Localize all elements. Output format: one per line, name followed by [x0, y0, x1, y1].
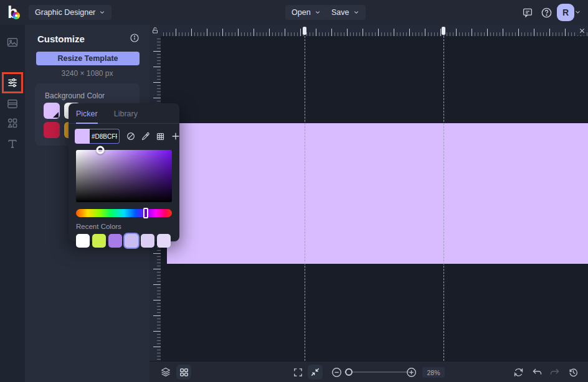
fullscreen-icon[interactable] — [290, 365, 305, 380]
close-rulers-icon[interactable] — [577, 26, 587, 35]
photo-icon — [6, 36, 19, 49]
sidebar-item-photos[interactable] — [5, 35, 20, 50]
template-dimensions: 3240 × 1080 px — [25, 69, 149, 78]
help-icon[interactable] — [539, 6, 553, 19]
chevron-down-icon — [99, 9, 105, 16]
recent-swatch[interactable] — [157, 234, 171, 248]
guide-handle[interactable] — [303, 27, 306, 35]
tab-picker[interactable]: Picker — [76, 109, 98, 124]
chevron-down-icon[interactable] — [574, 9, 581, 16]
history-icon[interactable] — [566, 365, 581, 380]
text-icon — [6, 137, 19, 150]
eyedropper-icon[interactable] — [140, 131, 151, 142]
ruler-lock-icon[interactable] — [149, 25, 161, 36]
redo-icon[interactable] — [547, 365, 562, 380]
app-window: b Graphic Designer Open Save R — [0, 0, 588, 382]
picker-tabs: Picker Library — [69, 103, 179, 124]
recent-colors-label: Recent Colors — [76, 223, 172, 230]
chevron-down-icon — [353, 9, 359, 16]
recent-swatch[interactable] — [108, 234, 122, 248]
tool-sidebar — [0, 25, 25, 382]
bg-swatch-custom[interactable] — [44, 103, 60, 119]
chevron-down-icon — [315, 9, 321, 16]
hue-handle[interactable] — [143, 208, 148, 218]
tab-library[interactable]: Library — [114, 109, 138, 123]
recent-swatch-selected[interactable] — [125, 234, 138, 248]
zoom-percent[interactable]: 28% — [422, 367, 445, 378]
recent-colors-row — [76, 234, 172, 248]
user-avatar[interactable]: R — [557, 4, 574, 21]
sidebar-item-graphics[interactable] — [5, 116, 20, 131]
guide-handle[interactable] — [442, 27, 445, 35]
pages-grid-icon[interactable] — [176, 365, 191, 380]
undo-icon[interactable] — [529, 365, 544, 380]
sidebar-item-text[interactable] — [5, 136, 20, 151]
color-grid-icon[interactable] — [155, 131, 166, 142]
color-picker-popup: Picker Library — [69, 103, 179, 241]
hex-color-input[interactable] — [90, 129, 120, 144]
current-color-swatch — [75, 129, 90, 144]
templates-icon — [6, 98, 19, 110]
no-color-icon[interactable] — [125, 131, 136, 142]
recent-swatch[interactable] — [141, 234, 154, 248]
horizontal-ruler[interactable] — [161, 25, 588, 36]
zoom-in-icon[interactable] — [404, 365, 419, 380]
vertical-guide[interactable] — [305, 36, 305, 361]
top-bar: b Graphic Designer Open Save R — [0, 0, 588, 25]
bg-swatch[interactable] — [44, 122, 60, 138]
feedback-comment-icon[interactable] — [521, 6, 534, 19]
saturation-handle[interactable] — [96, 146, 104, 154]
sidebar-item-templates[interactable] — [5, 96, 20, 111]
bottom-toolbar: 28% — [149, 361, 588, 382]
add-color-icon[interactable] — [170, 131, 181, 142]
recent-swatch[interactable] — [92, 234, 106, 248]
app-logo: b — [7, 2, 26, 22]
info-icon[interactable] — [130, 33, 140, 45]
panel-title: Customize — [37, 34, 85, 44]
open-button[interactable]: Open — [285, 5, 327, 20]
saturation-brightness-area[interactable] — [76, 150, 172, 202]
background-color-label: Background Color — [45, 91, 105, 100]
zoom-slider-thumb[interactable] — [345, 368, 353, 376]
refresh-icon[interactable] — [511, 365, 526, 380]
zoom-slider-track[interactable] — [344, 371, 409, 373]
graphics-shapes-icon — [6, 117, 19, 129]
recent-swatch[interactable] — [76, 234, 90, 248]
logo-color-wheel — [12, 12, 20, 19]
layers-icon[interactable] — [158, 365, 173, 380]
canvas-area — [149, 25, 588, 361]
vertical-guide[interactable] — [443, 36, 444, 361]
resize-template-button[interactable]: Resize Template — [36, 52, 140, 65]
hue-slider[interactable] — [76, 209, 172, 217]
app-mode-label: Graphic Designer — [35, 8, 95, 17]
artboard[interactable] — [167, 123, 588, 264]
active-tool-highlight — [2, 72, 23, 93]
fit-to-screen-icon[interactable] — [308, 365, 323, 380]
save-button[interactable]: Save — [325, 5, 366, 20]
zoom-out-icon[interactable] — [329, 365, 344, 380]
hex-color-row — [75, 129, 173, 144]
app-mode-menu[interactable]: Graphic Designer — [29, 5, 111, 20]
